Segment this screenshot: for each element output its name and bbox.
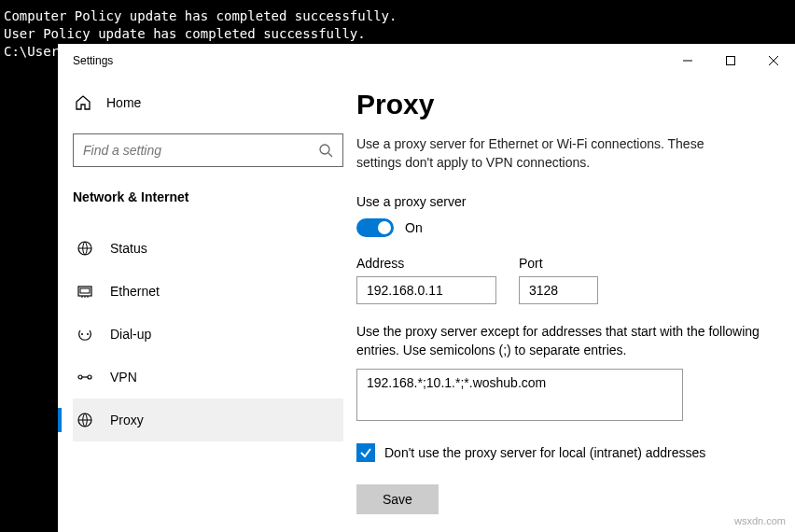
- category-heading: Network & Internet: [73, 189, 343, 204]
- svg-point-13: [87, 333, 89, 335]
- svg-point-14: [78, 375, 82, 379]
- maximize-button[interactable]: [709, 44, 752, 77]
- exception-input[interactable]: [356, 369, 683, 421]
- svg-point-15: [88, 375, 91, 379]
- maximize-icon: [725, 55, 736, 66]
- home-button[interactable]: Home: [73, 91, 343, 115]
- minimize-icon: [682, 55, 693, 66]
- sidebar-item-label: Proxy: [110, 413, 144, 427]
- home-label: Home: [106, 95, 141, 110]
- settings-window: Settings Home: [58, 44, 795, 532]
- proxy-icon: [77, 412, 93, 428]
- port-label: Port: [519, 256, 598, 271]
- dialup-icon: [77, 326, 93, 343]
- content-pane: Proxy Use a proxy server for Ethernet or…: [356, 77, 795, 532]
- home-icon: [75, 94, 91, 111]
- sidebar-item-proxy[interactable]: Proxy: [73, 399, 343, 441]
- close-button[interactable]: [752, 44, 795, 77]
- exception-description: Use the proxy server except for addresse…: [356, 323, 767, 359]
- sidebar-item-ethernet[interactable]: Ethernet: [73, 270, 343, 313]
- console-line: Computer Policy update has completed suc…: [4, 7, 791, 25]
- close-icon: [768, 55, 779, 66]
- sidebar-item-status[interactable]: Status: [73, 227, 343, 270]
- svg-line-5: [328, 153, 332, 157]
- nav: Status Ethernet Dial-up: [73, 227, 343, 441]
- check-icon: [359, 446, 372, 459]
- sidebar-item-label: Status: [110, 241, 147, 256]
- ethernet-icon: [77, 283, 93, 300]
- svg-rect-8: [80, 288, 90, 293]
- use-proxy-label: Use a proxy server: [356, 194, 767, 209]
- watermark: wsxdn.com: [734, 515, 786, 526]
- sidebar-item-label: VPN: [110, 370, 137, 385]
- vpn-icon: [77, 369, 93, 385]
- use-proxy-toggle[interactable]: [356, 218, 394, 237]
- search-input[interactable]: [83, 143, 318, 158]
- local-bypass-label: Don't use the proxy server for local (in…: [384, 445, 705, 460]
- save-button[interactable]: Save: [356, 484, 439, 514]
- svg-rect-1: [727, 57, 735, 65]
- svg-point-4: [320, 145, 329, 154]
- sidebar-item-label: Dial-up: [110, 327, 151, 342]
- minimize-button[interactable]: [666, 44, 709, 77]
- page-title: Proxy: [356, 89, 767, 120]
- page-description: Use a proxy server for Ethernet or Wi-Fi…: [356, 135, 748, 172]
- search-icon: [318, 143, 333, 158]
- sidebar: Home Network & Internet Status: [58, 77, 356, 532]
- title-bar: Settings: [58, 44, 795, 77]
- sidebar-item-vpn[interactable]: VPN: [73, 356, 343, 399]
- address-label: Address: [356, 256, 496, 271]
- sidebar-item-dialup[interactable]: Dial-up: [73, 313, 343, 356]
- sidebar-item-label: Ethernet: [110, 284, 160, 299]
- local-bypass-checkbox[interactable]: [356, 443, 375, 462]
- window-title: Settings: [73, 54, 113, 67]
- port-input[interactable]: [519, 276, 598, 304]
- toggle-state-label: On: [405, 220, 423, 235]
- search-box[interactable]: [73, 133, 343, 167]
- address-input[interactable]: [356, 276, 496, 304]
- status-icon: [77, 240, 93, 257]
- svg-point-12: [81, 333, 83, 335]
- console-line: User Policy update has completed success…: [4, 25, 791, 43]
